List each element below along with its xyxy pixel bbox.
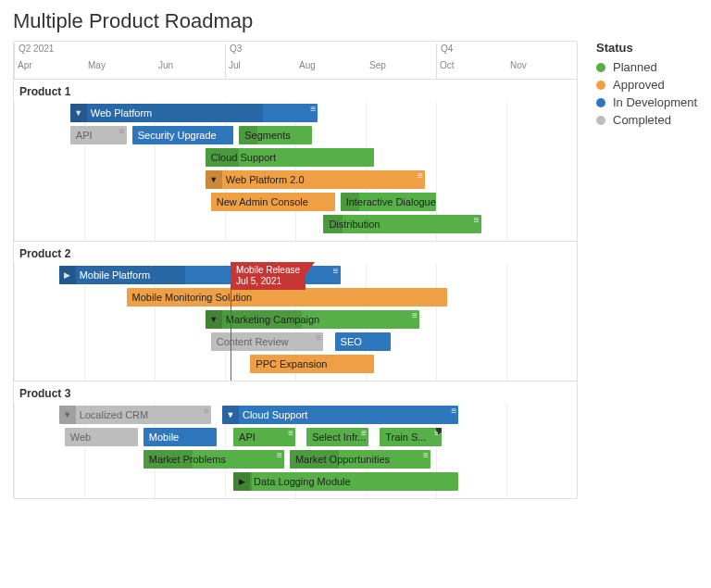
roadmap-bar[interactable]: Web <box>65 428 138 446</box>
roadmap-bar[interactable]: PPC Expansion <box>250 355 374 373</box>
group: Product 1▼Web Platform≡API≡Security Upgr… <box>14 79 577 241</box>
bar-label: Segments <box>244 130 291 141</box>
roadmap-bar[interactable]: ▼Cloud Support≡ <box>222 406 458 424</box>
bar-label: Data Logging Module <box>254 476 351 487</box>
roadmap-bar[interactable]: Cloud Support <box>206 148 374 167</box>
grip-icon[interactable]: ≡ <box>474 217 480 224</box>
month-label: Oct <box>436 60 455 70</box>
bar-label: Market Opportunities <box>295 454 390 465</box>
group-title: Product 3 <box>14 382 577 404</box>
bar-label: Localized CRM <box>80 409 149 420</box>
roadmap-row: ▼Web Platform 2.0≡ <box>14 169 577 191</box>
roadmap-bar[interactable]: API≡ <box>233 428 295 446</box>
bar-label: Security Upgrade <box>138 130 217 141</box>
legend-dot <box>596 81 605 90</box>
roadmap-row: Market Problems≡Market Opportunities≡ <box>14 448 577 470</box>
roadmap-row: WebMobileAPI≡Select Infr...≡Train S...≡ <box>14 426 577 448</box>
month-label: Jun <box>155 60 173 70</box>
legend-item-completed[interactable]: Completed <box>596 113 698 127</box>
month-label: Apr <box>14 60 32 70</box>
roadmap-bar[interactable]: Content Review≡ <box>211 332 324 351</box>
roadmap-bar[interactable]: SEO <box>335 332 392 351</box>
bar-label: Mobile Monitoring Solution <box>132 292 253 303</box>
roadmap-row: ▼Web Platform≡ <box>14 102 577 124</box>
grip-icon[interactable]: ≡ <box>119 128 125 135</box>
roadmap-bar[interactable]: ▼Web Platform 2.0≡ <box>206 170 425 189</box>
legend-label: Completed <box>613 113 671 127</box>
roadmap-row: ▶Data Logging Module <box>14 470 577 493</box>
legend-title: Status <box>596 41 698 55</box>
roadmap-row: API≡Security UpgradeSegments <box>14 124 577 146</box>
grip-icon[interactable]: ≡ <box>317 334 322 342</box>
month-label: Jul <box>225 60 241 70</box>
roadmap-row: PPC Expansion <box>14 353 577 375</box>
roadmap-bar[interactable]: ▶Data Logging Module <box>233 472 458 491</box>
chevron-down-icon[interactable]: ▼ <box>222 406 239 424</box>
legend-item-approved[interactable]: Approved <box>596 78 698 92</box>
bar-label: Market Problems <box>149 454 226 465</box>
comment-icon[interactable] <box>436 428 442 432</box>
grip-icon[interactable]: ≡ <box>333 268 339 275</box>
group: Product 2Mobile ReleaseJul 5, 2021▶Mobil… <box>14 241 577 381</box>
grip-icon[interactable]: ≡ <box>277 452 282 459</box>
chevron-down-icon[interactable]: ▼ <box>59 406 76 424</box>
chevron-down-icon[interactable]: ▼ <box>206 170 222 189</box>
roadmap-row: ▼Marketing Campaign≡ <box>14 308 577 331</box>
roadmap-bar[interactable]: ▼Web Platform≡ <box>70 104 318 122</box>
month-label: Sep <box>366 60 386 70</box>
grip-icon[interactable]: ≡ <box>412 312 418 319</box>
roadmap-row: ▼Localized CRM≡▼Cloud Support≡ <box>14 404 577 426</box>
roadmap-bar[interactable]: Train S...≡ <box>380 428 442 446</box>
roadmap-bar[interactable]: Distribution≡ <box>323 215 480 233</box>
month-label: Aug <box>295 60 316 70</box>
legend-label: Approved <box>613 78 665 92</box>
bar-label: Mobile Platform <box>80 269 150 281</box>
legend-item-planned[interactable]: Planned <box>596 60 698 74</box>
bar-label: Distribution <box>329 219 380 230</box>
bar-label: API <box>76 130 93 141</box>
roadmap-bar[interactable]: Interactive Dialogue... <box>341 193 436 211</box>
roadmap-bar[interactable]: Mobile <box>143 428 217 446</box>
month-label: May <box>84 60 106 70</box>
bar-label: Web Platform <box>91 107 152 119</box>
bar-label: Cloud Support <box>211 152 276 163</box>
month-label: Nov <box>506 60 527 70</box>
roadmap-bar[interactable]: ▼Localized CRM≡ <box>59 406 211 424</box>
grip-icon[interactable]: ≡ <box>310 106 316 113</box>
grip-icon[interactable]: ≡ <box>288 430 293 437</box>
milestone-title: Mobile Release <box>236 265 300 276</box>
roadmap-bar[interactable]: API≡ <box>70 126 127 144</box>
grip-icon[interactable]: ≡ <box>418 172 423 180</box>
legend: Status PlannedApprovedIn DevelopmentComp… <box>578 41 698 499</box>
bar-label: Marketing Campaign <box>226 314 320 325</box>
roadmap-bar[interactable]: Market Opportunities≡ <box>290 450 430 469</box>
bar-label: PPC Expansion <box>256 358 327 369</box>
roadmap-bar[interactable]: Mobile Monitoring Solution <box>127 288 448 307</box>
roadmap-bar[interactable]: Segments <box>239 126 312 144</box>
legend-dot <box>596 116 605 125</box>
roadmap-row: Cloud Support <box>14 146 577 169</box>
bar-label: SEO <box>341 336 362 347</box>
roadmap-bar[interactable]: Market Problems≡ <box>143 450 284 469</box>
legend-item-development[interactable]: In Development <box>596 95 698 109</box>
bar-label: API <box>239 432 256 443</box>
roadmap-bar[interactable]: New Admin Console <box>211 193 335 211</box>
legend-dot <box>596 63 605 72</box>
bar-label: New Admin Console <box>217 196 308 207</box>
roadmap-bar[interactable]: ▼Marketing Campaign≡ <box>206 310 419 329</box>
roadmap-bar[interactable]: Security Upgrade <box>132 126 233 144</box>
roadmap-bar[interactable]: Select Infr...≡ <box>306 428 368 446</box>
grip-icon[interactable]: ≡ <box>451 407 456 415</box>
milestone-date: Jul 5, 2021 <box>236 276 300 287</box>
grip-icon[interactable]: ≡ <box>423 452 429 459</box>
roadmap-row: Distribution≡ <box>14 213 577 235</box>
bar-label: Train S... <box>385 432 426 443</box>
legend-label: In Development <box>613 95 697 109</box>
group-title: Product 2 <box>14 242 577 264</box>
milestone-flag[interactable]: Mobile ReleaseJul 5, 2021 <box>231 262 306 290</box>
bar-label: Interactive Dialogue... <box>346 196 436 207</box>
bar-label: Content Review <box>217 336 289 347</box>
roadmap-chart[interactable]: Q2 2021Q3Q4AprMayJunJulAugSepOctNov Prod… <box>13 41 578 499</box>
legend-label: Planned <box>613 60 657 74</box>
grip-icon[interactable]: ≡ <box>204 407 209 415</box>
